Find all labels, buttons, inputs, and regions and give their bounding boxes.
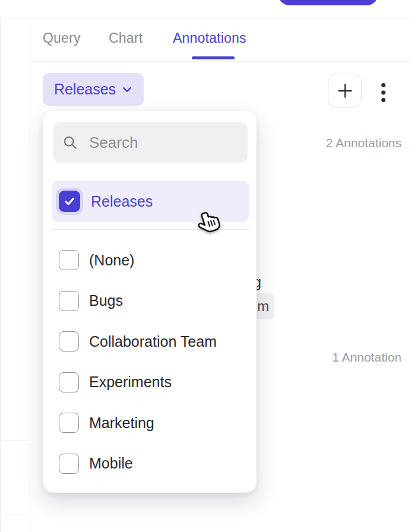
annotation-count-top: 2 Annotations: [326, 136, 401, 150]
checkbox-unchecked[interactable]: [59, 454, 79, 474]
filter-option-marketing[interactable]: Marketing: [52, 403, 249, 444]
checkbox-releases-checked[interactable]: [59, 191, 80, 212]
option-label: Bugs: [89, 292, 123, 309]
checkbox-unchecked[interactable]: [59, 331, 79, 352]
active-tab-underline: [192, 56, 235, 59]
filter-option-bugs[interactable]: Bugs: [52, 281, 249, 322]
tab-annotations[interactable]: Annotations: [173, 30, 246, 46]
sidebar-row-divider: [0, 515, 30, 515]
releases-filter-dropdown-button[interactable]: Releases: [43, 73, 144, 106]
dropdown-divider: [52, 229, 249, 230]
sidebar-row-divider: [0, 441, 30, 441]
checkbox-unchecked[interactable]: [59, 372, 79, 392]
more-options-button[interactable]: [377, 81, 390, 104]
kebab-menu-icon: [381, 83, 386, 103]
tab-query[interactable]: Query: [43, 30, 81, 46]
occluded-badge-text: m: [257, 298, 274, 315]
annotation-count-bottom: 1 Annotation: [332, 350, 401, 365]
filter-option-experiments[interactable]: Experiments: [52, 362, 249, 403]
tab-chart[interactable]: Chart: [109, 30, 143, 46]
option-label: Experiments: [89, 373, 172, 391]
filter-option-none[interactable]: (None): [52, 240, 249, 281]
filter-option-collaboration-team[interactable]: Collaboration Team: [52, 321, 249, 362]
add-annotation-button[interactable]: [328, 74, 362, 107]
header-divider: [0, 18, 411, 18]
chevron-down-icon: [122, 84, 132, 95]
checkbox-unchecked[interactable]: [59, 250, 79, 270]
option-label: Collaboration Team: [89, 333, 217, 350]
option-label: Marketing: [89, 414, 154, 432]
tabbar-divider: [30, 61, 411, 62]
option-label: (None): [89, 252, 134, 269]
primary-action-button[interactable]: [278, 0, 378, 5]
plus-icon: [336, 81, 355, 100]
filter-option-mobile[interactable]: Mobile: [52, 444, 249, 484]
filter-dropdown-panel: Releases (None) Bugs Collaboration Team …: [43, 110, 257, 493]
sidebar-right-border: [30, 18, 30, 532]
check-icon: [63, 195, 76, 208]
option-label: Mobile: [89, 455, 133, 472]
annotations-screen: Query Chart Annotations Releases 2 Annot…: [0, 0, 411, 532]
option-label: Releases: [91, 193, 153, 210]
search-icon: [62, 135, 78, 151]
search-box[interactable]: [53, 122, 248, 163]
filter-option-list: (None) Bugs Collaboration Team Experimen…: [52, 240, 249, 484]
checkbox-unchecked[interactable]: [59, 413, 79, 433]
filter-option-releases[interactable]: Releases: [52, 180, 249, 222]
checkbox-unchecked[interactable]: [59, 291, 79, 311]
window-left-border: [0, 18, 1, 532]
filter-button-label: Releases: [54, 81, 116, 98]
search-input[interactable]: [88, 133, 238, 153]
